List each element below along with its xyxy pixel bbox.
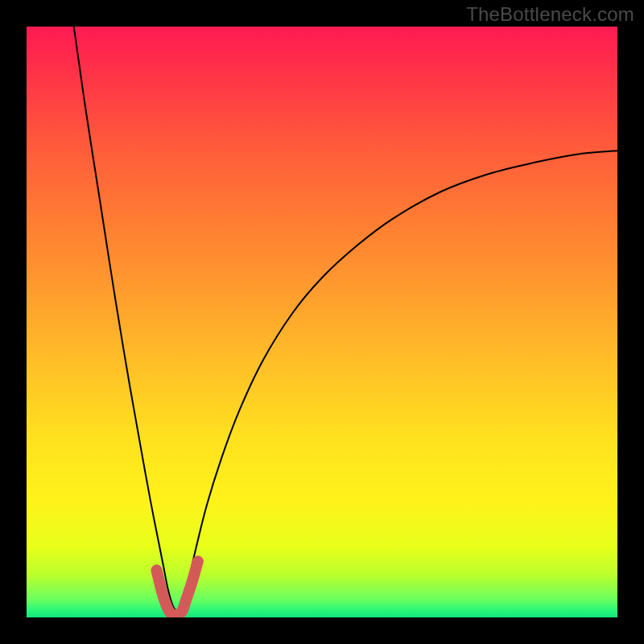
watermark-text: TheBottleneck.com — [466, 3, 634, 26]
curve-highlight — [156, 561, 197, 615]
chart-frame: TheBottleneck.com — [0, 0, 644, 644]
chart-svg — [27, 27, 617, 617]
plot-area — [27, 27, 617, 617]
curve-main — [74, 27, 617, 611]
